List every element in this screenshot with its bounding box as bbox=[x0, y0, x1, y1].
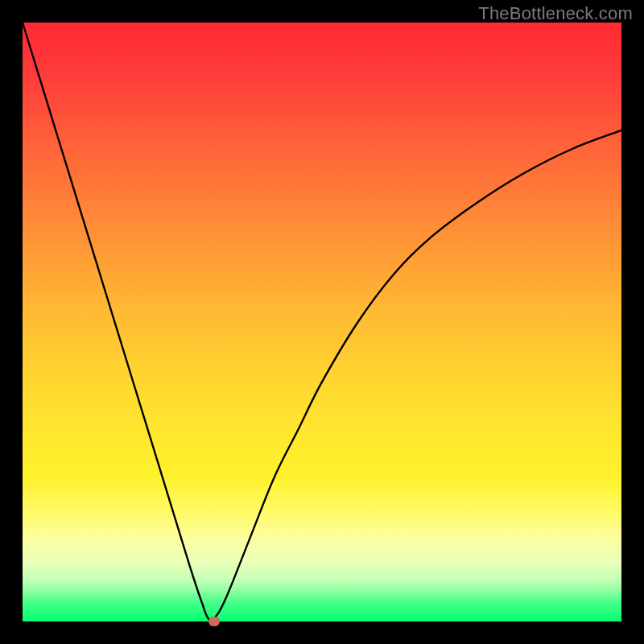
plot-area bbox=[23, 23, 621, 621]
watermark-text: TheBottleneck.com bbox=[478, 3, 633, 24]
curve-svg bbox=[23, 23, 621, 621]
bottleneck-curve-path bbox=[23, 23, 621, 621]
optimal-point-marker bbox=[208, 617, 220, 626]
chart-frame: TheBottleneck.com bbox=[0, 0, 644, 644]
